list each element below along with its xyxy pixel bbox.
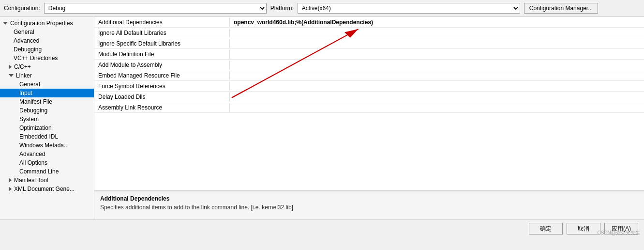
prop-name: Delay Loaded Dlls	[94, 93, 230, 101]
sidebar-item-label: Optimization	[19, 125, 52, 131]
sidebar-item-linker-input[interactable]: Input	[0, 89, 94, 97]
sidebar-item-label: Windows Metada...	[19, 142, 69, 149]
expand-icon	[9, 74, 14, 77]
sidebar-item-label: Debugging	[14, 46, 42, 53]
sidebar-item-general[interactable]: General	[0, 28, 94, 36]
sidebar-item-linker-general[interactable]: General	[0, 80, 94, 89]
sidebar-item-manifest-tool[interactable]: Manifest Tool	[0, 176, 94, 185]
config-manager-button[interactable]: Configuration Manager...	[524, 3, 598, 14]
sidebar-item-command-line[interactable]: Command Line	[0, 167, 94, 176]
sidebar-item-label: Command Line	[19, 168, 59, 175]
prop-name: Module Definition File	[94, 50, 230, 59]
prop-value	[230, 85, 644, 87]
confirm-button[interactable]: 确定	[529, 223, 563, 234]
sidebar-item-windows-metadata[interactable]: Windows Metada...	[0, 141, 94, 150]
table-row[interactable]: Add Module to Assembly	[94, 60, 644, 70]
sidebar-item-label: System	[19, 116, 39, 123]
right-panel: Additional Dependenciesopencv_world460d.…	[94, 17, 644, 219]
table-row[interactable]: Ignore All Default Libraries	[94, 28, 644, 38]
prop-name: Ignore All Default Libraries	[94, 29, 230, 37]
prop-name: Ignore Specific Default Libraries	[94, 39, 230, 48]
expand-icon	[3, 22, 8, 25]
properties-area: Additional Dependenciesopencv_world460d.…	[94, 17, 644, 190]
sidebar-item-label: Advanced	[14, 37, 39, 44]
prop-name: Assembly Link Resource	[94, 103, 230, 112]
sidebar-item-manifest-file[interactable]: Manifest File	[0, 97, 94, 106]
description-text: Specifies additional items to add to the…	[100, 204, 638, 211]
sidebar-item-optimization[interactable]: Optimization	[0, 124, 94, 132]
watermark: CSDN@众众光先生	[598, 230, 641, 236]
table-row[interactable]: Additional Dependenciesopencv_world460d.…	[94, 17, 644, 28]
prop-name: Embed Managed Resource File	[94, 71, 230, 80]
sidebar-item-label: Embedded IDL	[19, 133, 58, 140]
sidebar-item-label: Input	[19, 90, 32, 96]
sidebar-item-label: VC++ Directories	[14, 55, 58, 62]
sidebar-item-label: All Options	[19, 159, 47, 166]
prop-value	[230, 75, 644, 77]
sidebar-item-linker[interactable]: Linker	[0, 71, 94, 80]
sidebar-item-config-props[interactable]: Configuration Properties	[0, 19, 94, 28]
prop-value	[230, 32, 644, 34]
prop-value	[230, 107, 644, 109]
platform-select[interactable]: Active(x64)	[298, 3, 520, 14]
sidebar-item-linker-debugging[interactable]: Debugging	[0, 106, 94, 115]
prop-name: Add Module to Assembly	[94, 61, 230, 69]
prop-name: Additional Dependencies	[94, 18, 230, 27]
platform-label: Platform:	[270, 5, 294, 12]
properties-table: Additional Dependenciesopencv_world460d.…	[94, 17, 644, 190]
collapse-icon	[9, 64, 12, 69]
sidebar-item-label: Configuration Properties	[10, 20, 73, 27]
sidebar-item-advanced[interactable]: Advanced	[0, 36, 94, 45]
collapse-icon	[9, 187, 12, 191]
table-row[interactable]: Ignore Specific Default Libraries	[94, 38, 644, 49]
table-row[interactable]: Delay Loaded Dlls	[94, 92, 644, 102]
sidebar-item-embedded-idl[interactable]: Embedded IDL	[0, 132, 94, 141]
description-area: Additional Dependencies Specifies additi…	[94, 190, 644, 219]
sidebar-item-label: Manifest Tool	[14, 177, 48, 184]
prop-value	[230, 96, 644, 98]
sidebar-item-label: General	[19, 81, 40, 88]
prop-value	[230, 43, 644, 45]
sidebar-item-system[interactable]: System	[0, 115, 94, 124]
prop-value: opencv_world460d.lib;%(AdditionalDepende…	[230, 18, 644, 27]
sidebar-item-label: Debugging	[19, 107, 47, 114]
sidebar: Configuration PropertiesGeneralAdvancedD…	[0, 17, 94, 219]
config-select[interactable]: Debug	[44, 3, 267, 14]
sidebar-item-debugging[interactable]: Debugging	[0, 45, 94, 54]
sidebar-item-label: XML Document Gene...	[14, 186, 75, 192]
table-row[interactable]: Force Symbol References	[94, 81, 644, 92]
cancel-button[interactable]: 取消	[567, 223, 600, 234]
prop-value	[230, 53, 644, 55]
sidebar-item-all-options[interactable]: All Options	[0, 158, 94, 167]
table-row[interactable]: Embed Managed Resource File	[94, 70, 644, 81]
prop-value	[230, 64, 644, 66]
sidebar-item-label: Linker	[16, 72, 32, 79]
sidebar-item-cpp[interactable]: C/C++	[0, 62, 94, 71]
sidebar-item-linker-advanced[interactable]: Advanced	[0, 150, 94, 158]
prop-name: Force Symbol References	[94, 82, 230, 91]
sidebar-item-label: Advanced	[19, 151, 45, 157]
table-row[interactable]: Assembly Link Resource	[94, 102, 644, 113]
sidebar-item-xml-document[interactable]: XML Document Gene...	[0, 185, 94, 193]
description-title: Additional Dependencies	[100, 195, 638, 202]
table-row[interactable]: Module Definition File	[94, 49, 644, 60]
sidebar-item-vc-dirs[interactable]: VC++ Directories	[0, 54, 94, 62]
top-bar: Configuration: Debug Platform: Active(x6…	[0, 0, 644, 17]
collapse-icon	[9, 178, 12, 183]
sidebar-item-label: Manifest File	[19, 98, 52, 105]
sidebar-item-label: General	[14, 29, 34, 35]
bottom-bar: 确定 取消 应用(A) CSDN@众众光先生	[0, 219, 644, 237]
main-content: Configuration PropertiesGeneralAdvancedD…	[0, 17, 644, 219]
config-label: Configuration:	[4, 5, 40, 12]
sidebar-item-label: C/C++	[14, 63, 31, 70]
